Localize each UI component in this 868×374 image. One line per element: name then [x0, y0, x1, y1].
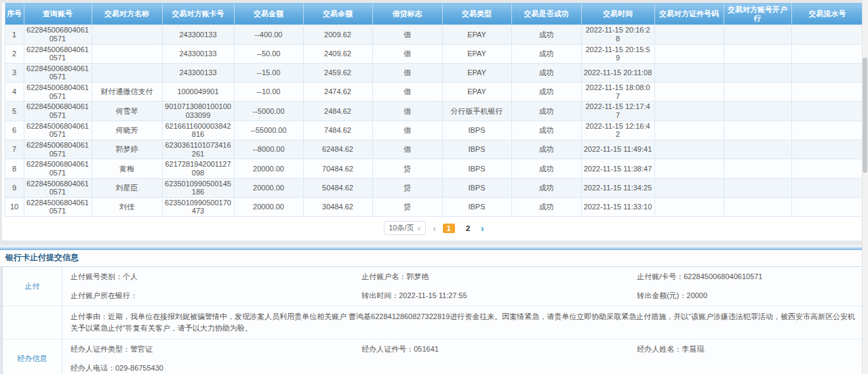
stop-payment-reason-text: 止付事由：近期，我单位在接报刘妮被骗警情中，发现涉案人员利用贵单位相关账户 曹鸿…: [62, 306, 865, 339]
transactions-section: 序号 查询账号 交易对方名称 交易对方账卡号 交易金额 交易余额 借贷标志 交易…: [2, 3, 866, 241]
chevron-down-icon: ∨: [417, 225, 422, 232]
cell: 6228450068040610571: [24, 159, 92, 178]
cell: EPAY: [442, 25, 511, 44]
cell: 2022-11-15 11:38:47: [581, 159, 654, 178]
column-header: 交易对方账号开户行: [724, 3, 791, 25]
cell: 刘佳: [92, 197, 162, 216]
cell: 成功: [511, 121, 581, 140]
cell: 成功: [511, 140, 581, 159]
cell: [654, 178, 724, 197]
cell: --55000.00: [234, 121, 303, 140]
jingban-label: 经办信息: [3, 339, 62, 374]
cell: 刘星臣: [92, 178, 162, 197]
scrollbar-track[interactable]: [862, 0, 868, 374]
cell: 6228450068040610571: [24, 197, 92, 216]
cell: 分行版手机银行: [442, 102, 511, 121]
cell: 50484.62: [303, 178, 372, 197]
zhifu-label: 止付: [3, 267, 62, 306]
table-header-row: 序号 查询账号 交易对方名称 交易对方账卡号 交易金额 交易余额 借贷标志 交易…: [5, 3, 863, 25]
field-transfer-time: 转出时间：2022-11-15 11:27:55: [361, 291, 637, 301]
cell: --400.00: [234, 25, 303, 44]
field-operator-name: 经办人姓名：李晨琨: [637, 344, 857, 354]
table-row: 46228450068040610571财付通微信支付1000049901--1…: [5, 83, 863, 102]
cell: 2409.62: [303, 44, 372, 63]
field-operator-cert-no: 经办人证件号：051641: [361, 344, 637, 354]
cell: 借: [372, 121, 442, 140]
cell: 6228450068040610571: [24, 140, 92, 159]
cell: 借: [372, 102, 442, 121]
cell: 2022-11-15 18:08:07: [581, 83, 654, 102]
cell: [724, 63, 791, 82]
cell: 70484.62: [303, 159, 372, 178]
cell: 6228450068040610571: [24, 83, 92, 102]
cell: 成功: [511, 25, 581, 44]
cell: [92, 63, 162, 82]
cell: 成功: [511, 197, 581, 216]
page-number-1[interactable]: 1: [443, 224, 455, 233]
cell: 7484.62: [303, 121, 372, 140]
cell: [791, 178, 863, 197]
cell: 2022-11-15 11:33:10: [581, 197, 654, 216]
field-operator-phone: 经办人电话：029-86755430: [71, 363, 361, 373]
column-header: 交易是否成功: [511, 3, 581, 25]
cell: [654, 121, 724, 140]
table-row: 86228450068040610571黄梅621728194200112709…: [5, 159, 863, 178]
cell: 20000.00: [234, 178, 303, 197]
scrollbar-thumb[interactable]: [863, 58, 867, 173]
cell: 借: [372, 63, 442, 82]
table-row: 36228450068040610571243300133--15.002459…: [5, 63, 863, 82]
cell: [724, 197, 791, 216]
table-row: 26228450068040610571243300133--50.002409…: [5, 44, 863, 63]
stop-payment-panel: 止付 止付账号类别：个人 止付账户名：郭梦艳 止付账/卡号：6228450068…: [2, 266, 866, 374]
cell: 2022-11-15 20:16:28: [581, 25, 654, 44]
next-page-button[interactable]: ›: [481, 223, 484, 234]
pagination: 10条/页 ∨ ‹ 1 2 ›: [2, 217, 866, 241]
cell: 243300133: [162, 44, 234, 63]
cell: IBPS: [442, 159, 511, 178]
cell: EPAY: [442, 63, 511, 82]
cell: [791, 44, 863, 63]
cell: [724, 159, 791, 178]
cell: [724, 83, 791, 102]
column-header: 序号: [5, 3, 24, 25]
page-size-select[interactable]: 10条/页 ∨: [384, 221, 426, 235]
cell: 2459.62: [303, 63, 372, 82]
cell: 6228450068040610571: [24, 102, 92, 121]
cell: 7: [5, 140, 24, 159]
cell: [654, 83, 724, 102]
column-header: 交易对方证件号码: [654, 3, 724, 25]
cell: [654, 197, 724, 216]
column-header: 交易时间: [581, 3, 654, 25]
cell: [654, 102, 724, 121]
cell: 9: [5, 178, 24, 197]
cell: 6235010990500170473: [162, 197, 234, 216]
page-number-2[interactable]: 2: [462, 224, 474, 233]
cell: [791, 25, 863, 44]
cell: --15.00: [234, 63, 303, 82]
cell: 贷: [372, 178, 442, 197]
transactions-table: 序号 查询账号 交易对方名称 交易对方账卡号 交易金额 交易余额 借贷标志 交易…: [5, 3, 864, 217]
cell: 10: [5, 197, 24, 216]
cell: 借: [372, 25, 442, 44]
cell: [654, 159, 724, 178]
cell: 借: [372, 44, 442, 63]
table-row: 106228450068040610571刘佳62350109905001704…: [5, 197, 863, 216]
cell: 何晓芳: [92, 121, 162, 140]
cell: 6: [5, 121, 24, 140]
column-header: 交易流水号: [791, 3, 863, 25]
cell: 借: [372, 83, 442, 102]
cell: [791, 83, 863, 102]
field-account-type: 止付账号类别：个人: [71, 272, 361, 282]
cell: [724, 121, 791, 140]
cell: IBPS: [442, 178, 511, 197]
cell: 成功: [511, 178, 581, 197]
cell: [654, 140, 724, 159]
cell: 4: [5, 83, 24, 102]
column-header: 查询账号: [24, 3, 92, 25]
cell: 何雪琴: [92, 102, 162, 121]
stop-payment-reason-row: 止付事由：近期，我单位在接报刘妮被骗警情中，发现涉案人员利用贵单位相关账户 曹鸿…: [3, 306, 865, 339]
prev-page-button[interactable]: ‹: [433, 223, 436, 234]
table-row: 16228450068040610571243300133--400.00200…: [5, 25, 863, 44]
stop-payment-fields-row: 止付 止付账号类别：个人 止付账户名：郭梦艳 止付账/卡号：6228450068…: [3, 267, 865, 306]
cell: [791, 121, 863, 140]
